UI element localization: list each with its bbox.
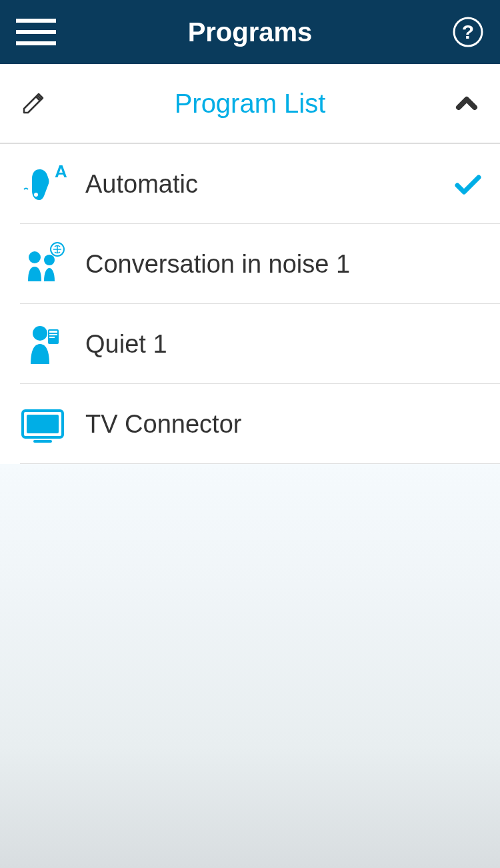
program-item-automatic[interactable]: A Automatic bbox=[0, 144, 500, 224]
check-icon bbox=[452, 168, 484, 200]
program-item-conversation[interactable]: Conversation in noise 1 bbox=[0, 224, 500, 304]
svg-text:A: A bbox=[55, 161, 67, 181]
help-icon[interactable]: ? bbox=[452, 16, 484, 48]
svg-rect-9 bbox=[49, 331, 57, 333]
svg-text:?: ? bbox=[462, 21, 474, 43]
program-list: A Automatic Conversation in noise 1 bbox=[0, 144, 500, 464]
svg-point-2 bbox=[34, 193, 38, 197]
chevron-up-icon[interactable] bbox=[453, 90, 480, 117]
menu-icon[interactable] bbox=[16, 19, 56, 45]
program-list-title: Program List bbox=[175, 89, 326, 119]
program-item-tv[interactable]: TV Connector bbox=[0, 384, 500, 464]
svg-point-5 bbox=[44, 255, 55, 265]
svg-rect-13 bbox=[27, 415, 59, 433]
program-label: TV Connector bbox=[85, 410, 484, 439]
program-item-quiet[interactable]: Quiet 1 bbox=[0, 304, 500, 384]
automatic-icon: A bbox=[16, 157, 69, 211]
empty-area bbox=[0, 464, 500, 868]
program-label: Quiet 1 bbox=[85, 330, 484, 359]
svg-rect-11 bbox=[49, 337, 55, 338]
page-title: Programs bbox=[188, 17, 313, 47]
program-label: Automatic bbox=[85, 170, 452, 199]
svg-point-4 bbox=[29, 251, 41, 263]
program-list-header: Program List bbox=[0, 64, 500, 144]
app-header: Programs ? bbox=[0, 0, 500, 64]
svg-point-7 bbox=[33, 326, 47, 341]
program-label: Conversation in noise 1 bbox=[85, 250, 484, 279]
conversation-icon bbox=[16, 237, 69, 291]
edit-icon[interactable] bbox=[20, 90, 47, 117]
tv-icon bbox=[16, 397, 69, 451]
quiet-icon bbox=[16, 317, 69, 371]
svg-rect-10 bbox=[49, 334, 57, 335]
